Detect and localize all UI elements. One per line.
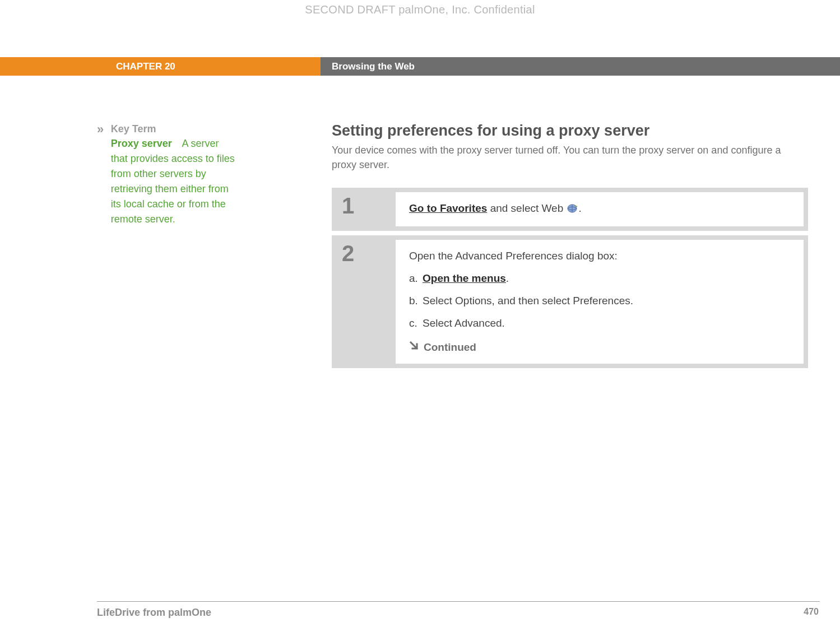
section-title: Setting preferences for using a proxy se…	[332, 122, 808, 140]
step-1-text: and select Web	[487, 202, 566, 214]
continued-label: Continued	[424, 341, 476, 354]
key-term-term: Proxy server	[111, 138, 172, 149]
step-2: 2 Open the Advanced Preferences dialog b…	[332, 235, 808, 368]
step-1-period: .	[579, 202, 582, 214]
step-2-body: Open the Advanced Preferences dialog box…	[396, 235, 808, 368]
key-term-sidebar: » Key Term Proxy server A server that pr…	[97, 123, 243, 227]
step-2-lead: Open the Advanced Preferences dialog box…	[409, 250, 790, 262]
chapter-label: CHAPTER 20	[0, 57, 321, 76]
step-1: 1 Go to Favorites and select Web .	[332, 188, 808, 231]
main-content: Setting preferences for using a proxy se…	[332, 122, 808, 373]
key-term-body: Key Term Proxy server A server that prov…	[111, 123, 237, 227]
chapter-bar: CHAPTER 20 Browsing the Web	[0, 57, 840, 76]
continued-arrow-icon	[409, 341, 419, 354]
section-intro: Your device comes with the proxy server …	[332, 143, 797, 172]
key-term-heading: Key Term	[111, 123, 237, 135]
step-2a-letter: a.	[409, 272, 423, 285]
key-term-definition: A server that provides access to files f…	[111, 138, 235, 225]
step-2a: a. Open the menus.	[409, 272, 790, 285]
steps-container: 1 Go to Favorites and select Web . 2	[332, 188, 808, 368]
step-2c-letter: c.	[409, 317, 423, 329]
key-term-marker-icon: »	[97, 123, 104, 135]
step-2-number: 2	[332, 235, 396, 368]
step-2a-period: .	[506, 272, 509, 284]
open-the-menus-link[interactable]: Open the menus	[423, 272, 506, 284]
step-1-body: Go to Favorites and select Web .	[396, 188, 808, 231]
step-1-number: 1	[332, 188, 396, 231]
page: SECOND DRAFT palmOne, Inc. Confidential …	[0, 0, 840, 627]
step-2b: b. Select Options, and then select Prefe…	[409, 295, 790, 307]
step-2c: c. Select Advanced.	[409, 317, 790, 329]
continued-indicator: Continued	[409, 341, 790, 354]
footer-divider	[97, 601, 820, 602]
go-to-favorites-link[interactable]: Go to Favorites	[409, 202, 487, 214]
key-term-text: Proxy server A server that provides acce…	[111, 136, 237, 227]
web-icon	[567, 203, 579, 216]
step-2b-letter: b.	[409, 295, 423, 307]
confidential-watermark: SECOND DRAFT palmOne, Inc. Confidential	[0, 3, 840, 16]
step-2b-text: Select Options, and then select Preferen…	[423, 295, 633, 307]
footer-page-number: 470	[804, 607, 819, 617]
footer-product-name: LifeDrive from palmOne	[97, 607, 211, 619]
chapter-title: Browsing the Web	[321, 57, 840, 76]
step-2c-text: Select Advanced.	[423, 317, 505, 329]
